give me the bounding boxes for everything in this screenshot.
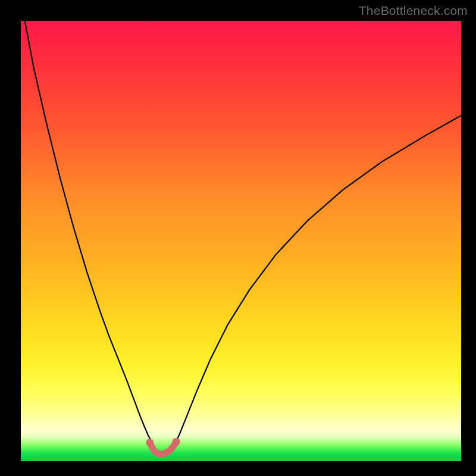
chart-plot-area [21, 21, 461, 461]
watermark-text: TheBottleneck.com [359, 4, 468, 18]
sweet-spot-marker [146, 438, 180, 454]
chart-svg [21, 21, 461, 461]
svg-point-1 [173, 438, 180, 446]
chart-frame: TheBottleneck.com [0, 0, 476, 476]
bottleneck-curve [25, 21, 461, 454]
svg-point-0 [146, 439, 154, 446]
